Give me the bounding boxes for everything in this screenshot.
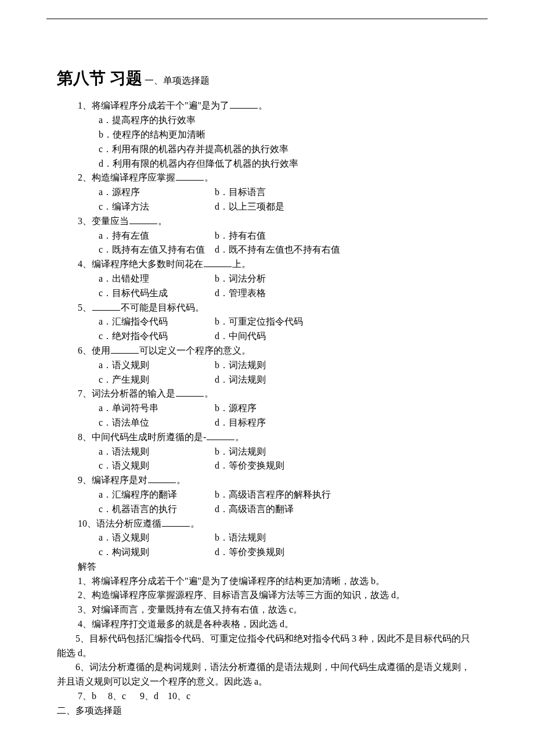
option-item: b．词法规则 [215,445,366,459]
question-stem: 4、编译程序绝大多数时间花在上。 [78,257,488,272]
option-item: a．汇编指令代码 [99,315,215,329]
answers-short: 7、b 8、c 9、d 10、c [78,689,488,704]
section-title-main: 第八节 习题 [57,69,142,87]
option-row: a．出错处理b．词法分析 [99,272,488,286]
option-item: d．高级语言的翻译 [215,502,366,517]
option-block: a．持有左值b．持有右值c．既持有左值又持有右值d．既不持有左值也不持有右值 [99,229,488,258]
answers-block: 1、将编译程序分成若干个"遍"是为了使编译程序的结构更加清晰，故选 b。2、构造… [46,574,488,632]
option-item: d．利用有限的机器内存但降低了机器的执行效率 [99,157,488,171]
answers-heading: 解答 [78,560,488,574]
option-item: d．以上三项都是 [215,200,366,214]
option-row: a．持有左值b．持有右值 [99,229,488,243]
option-item: a．语法规则 [99,445,215,459]
option-item: b．使程序的结构更加清晰 [99,128,488,142]
option-item: c．语法单位 [99,416,215,430]
option-item: c．利用有限的机器内存并提高机器的执行效率 [99,142,488,157]
section-title-sub: 一、单项选择题 [145,75,210,85]
option-item: c．机器语言的执行 [99,502,215,517]
option-row: a．汇编指令代码b．可重定位指令代码 [99,315,488,329]
question-stem: 10、语法分析应遵循。 [78,517,488,531]
section-2-heading: 二、多项选择题 [57,704,488,718]
option-row: c．语法单位d．目标程序 [99,416,488,430]
option-item: c．编译方法 [99,200,215,214]
option-item: a．单词符号串 [99,401,215,416]
question-stem: 2、构造编译程序应掌握。 [78,171,488,185]
option-item: b．词法规则 [215,358,366,373]
option-row: a．语法规则b．词法规则 [99,445,488,459]
question-stem: 9、编译程序是对。 [78,473,488,488]
option-item: b．语法规则 [215,531,366,545]
fill-blank [230,99,258,109]
option-row: a．语义规则b．语法规则 [99,531,488,545]
question-stem: 8、中间代码生成时所遵循的是-。 [78,430,488,445]
option-block: a．汇编程序的翻译b．高级语言程序的解释执行c．机器语言的执行d．高级语言的翻译 [99,488,488,517]
option-row: c．既持有左值又持有右值d．既不持有左值也不持有右值 [99,243,488,257]
option-row: c．目标代码生成d．管理表格 [99,286,488,301]
option-item: a．持有左值 [99,229,215,243]
fill-blank [92,301,120,311]
fill-blank [162,517,190,527]
option-item: b．持有右值 [215,229,366,243]
option-item: a．源程序 [99,185,215,200]
option-item: b．目标语言 [215,185,366,200]
option-row: a．汇编程序的翻译b．高级语言程序的解释执行 [99,488,488,502]
option-item: c．目标代码生成 [99,286,215,301]
option-item: d．目标程序 [215,416,366,430]
fill-blank [129,214,157,224]
option-row: c．机器语言的执行d．高级语言的翻译 [99,502,488,517]
option-item: b．高级语言程序的解释执行 [215,488,366,502]
option-block: a．源程序b．目标语言c．编译方法d．以上三项都是 [99,185,488,214]
option-row: c．绝对指令代码d．中间代码 [99,329,488,344]
page-container: 第八节 习题一、单项选择题 1、将编译程序分成若干个"遍"是为了。a．提高程序的… [46,19,488,718]
option-item: a．语义规则 [99,531,215,545]
option-block: a．汇编指令代码b．可重定位指令代码c．绝对指令代码d．中间代码 [99,315,488,344]
option-item: c．产生规则 [99,373,215,387]
option-item: a．提高程序的执行效率 [99,113,488,128]
option-row: a．语义规则b．词法规则 [99,358,488,373]
answer-line: 1、将编译程序分成若干个"遍"是为了使编译程序的结构更加清晰，故选 b。 [78,574,488,589]
section-heading: 第八节 习题一、单项选择题 [57,66,488,91]
option-block: a．提高程序的执行效率b．使程序的结构更加清晰c．利用有限的机器内存并提高机器的… [99,113,488,171]
option-item: b．词法分析 [215,272,366,286]
fill-blank [111,344,139,354]
option-item: b．可重定位指令代码 [215,315,366,329]
option-row: c．构词规则d．等价变换规则 [99,545,488,560]
answer-paragraph: 5、目标代码包括汇编指令代码、可重定位指令代码和绝对指令代码 3 种，因此不是目… [46,632,488,661]
answer-line: 3、对编译而言，变量既持有左值又持有右值，故选 c。 [78,603,488,617]
option-item: c．语义规则 [99,459,215,473]
option-item: d．管理表格 [215,286,366,301]
option-item: d．等价变换规则 [215,459,366,473]
answer-line: 4、编译程序打交道最多的就是各种表格，因此选 d。 [78,617,488,632]
option-item: c．既持有左值又持有右值 [99,243,215,257]
answer-paragraph: 6、词法分析遵循的是构词规则，语法分析遵循的是语法规则，中间代码生成遵循的是语义… [46,660,488,689]
option-row: c．产生规则d．词法规则 [99,373,488,387]
option-block: a．出错处理b．词法分析c．目标代码生成d．管理表格 [99,272,488,301]
question-stem: 7、词法分析器的输入是。 [78,387,488,401]
option-item: a．语义规则 [99,358,215,373]
fill-blank [148,473,176,483]
option-block: a．语义规则b．语法规则c．构词规则d．等价变换规则 [99,531,488,560]
fill-blank [207,430,234,440]
option-item: a．汇编程序的翻译 [99,488,215,502]
option-item: d．词法规则 [215,373,366,387]
option-block: a．单词符号串b．源程序c．语法单位d．目标程序 [99,401,488,430]
option-item: d．既不持有左值也不持有右值 [215,243,366,257]
question-stem: 6、使用可以定义一个程序的意义。 [78,344,488,358]
fill-blank [204,257,232,267]
option-item: c．绝对指令代码 [99,329,215,344]
option-item: d．中间代码 [215,329,366,344]
option-row: a．单词符号串b．源程序 [99,401,488,416]
answer-line: 2、构造编译程序应掌握源程序、目标语言及编译方法等三方面的知识，故选 d。 [78,588,488,603]
answers-para-block: 5、目标代码包括汇编指令代码、可重定位指令代码和绝对指令代码 3 种，因此不是目… [46,632,488,689]
fill-blank [176,171,204,181]
option-item: a．出错处理 [99,272,215,286]
option-row: a．源程序b．目标语言 [99,185,488,200]
option-item: b．源程序 [215,401,366,416]
questions-block: 1、将编译程序分成若干个"遍"是为了。a．提高程序的执行效率b．使程序的结构更加… [46,99,488,560]
fill-blank [176,387,204,397]
question-stem: 5、不可能是目标代码。 [78,301,488,315]
option-row: c．编译方法d．以上三项都是 [99,200,488,214]
question-stem: 1、将编译程序分成若干个"遍"是为了。 [78,99,488,113]
question-stem: 3、变量应当。 [78,214,488,229]
option-block: a．语义规则b．词法规则c．产生规则d．词法规则 [99,358,488,387]
